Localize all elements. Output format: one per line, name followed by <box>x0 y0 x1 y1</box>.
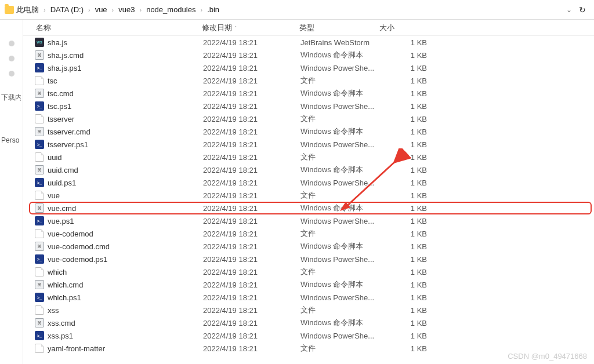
file-name-cell[interactable]: tsserver.cmd <box>30 127 203 136</box>
refresh-icon[interactable]: ↻ <box>575 5 589 14</box>
file-row[interactable]: xss.cmd2022/4/19 18:21Windows 命令脚本1 KB <box>29 316 592 329</box>
column-header-date[interactable]: 修改日期˄ <box>202 23 299 33</box>
ps-file-icon <box>35 216 44 225</box>
breadcrumb-segment[interactable]: vue3 <box>116 4 137 15</box>
file-type: Windows PowerShe... <box>300 293 381 302</box>
file-name-cell[interactable]: vue <box>30 191 203 200</box>
file-type: 文件 <box>300 75 381 86</box>
file-name-cell[interactable]: xss <box>30 305 203 315</box>
file-row[interactable]: tsc2022/4/19 18:21文件1 KB <box>29 74 592 87</box>
sidebar-item-downloads[interactable]: 下载内容 <box>0 90 21 105</box>
file-date: 2022/4/19 18:21 <box>203 319 300 327</box>
file-name-cell[interactable]: sha.js.ps1 <box>30 63 203 72</box>
file-row[interactable]: xss2022/4/19 18:21文件1 KB <box>29 304 592 316</box>
file-file-icon <box>35 229 44 238</box>
file-file-icon <box>35 152 44 162</box>
file-name-cell[interactable]: tsc.cmd <box>30 89 203 98</box>
file-row[interactable]: tsc.ps12022/4/19 18:21Windows PowerShe..… <box>29 100 592 112</box>
file-date: 2022/4/19 18:21 <box>203 293 300 302</box>
file-name: yaml-front-matter <box>48 344 105 353</box>
column-header-name[interactable]: 名称 <box>23 23 202 33</box>
file-row[interactable]: uuid.cmd2022/4/19 18:21Windows 命令脚本1 KB <box>29 163 592 176</box>
cmd-file-icon <box>35 89 44 98</box>
file-row[interactable]: sha.js.ps12022/4/19 18:21Windows PowerSh… <box>29 61 592 74</box>
file-name-cell[interactable]: tsc <box>30 76 203 85</box>
file-date: 2022/4/19 18:21 <box>203 268 300 276</box>
file-name-cell[interactable]: sha.js <box>30 38 203 47</box>
column-header-type[interactable]: 类型 <box>299 23 379 33</box>
breadcrumb-segment[interactable]: node_modules <box>144 4 198 15</box>
file-type: Windows 命令脚本 <box>300 203 381 213</box>
file-name-cell[interactable]: xss.ps1 <box>30 331 203 340</box>
breadcrumb-segment[interactable]: vue <box>93 4 110 15</box>
file-name-cell[interactable]: uuid <box>30 152 203 162</box>
file-name-cell[interactable]: sha.js.cmd <box>30 50 203 60</box>
file-name-cell[interactable]: uuid.ps1 <box>30 178 203 187</box>
cmd-file-icon <box>35 127 44 136</box>
file-name-cell[interactable]: tsserver <box>30 114 203 123</box>
cmd-file-icon <box>35 318 44 327</box>
ps-file-icon <box>35 293 44 302</box>
file-row[interactable]: vue2022/4/19 18:21文件1 KB <box>29 189 592 202</box>
file-date: 2022/4/19 18:21 <box>203 128 300 136</box>
file-name-cell[interactable]: which <box>30 267 203 276</box>
file-name-cell[interactable]: which.ps1 <box>30 293 203 302</box>
file-name-cell[interactable]: xss.cmd <box>30 318 203 327</box>
file-row[interactable]: vue-codemod2022/4/19 18:21文件1 KB <box>29 227 592 240</box>
chevron-right-icon: › <box>198 6 205 13</box>
file-name-cell[interactable]: tsc.ps1 <box>30 101 203 111</box>
file-row[interactable]: vue-codemod.cmd2022/4/19 18:21Windows 命令… <box>29 240 592 253</box>
file-row[interactable]: uuid2022/4/19 18:21文件1 KB <box>29 151 592 163</box>
file-name-cell[interactable]: uuid.cmd <box>30 165 203 174</box>
file-date: 2022/4/19 18:21 <box>203 332 300 340</box>
breadcrumb-segment[interactable]: .bin <box>205 4 222 15</box>
file-size: 1 KB <box>381 242 439 251</box>
file-file-icon <box>35 344 44 353</box>
file-type: JetBrains WebStorm <box>300 38 381 47</box>
cmd-file-icon <box>35 203 44 213</box>
file-row[interactable]: xss.ps12022/4/19 18:21Windows PowerShe..… <box>29 329 592 342</box>
file-name-cell[interactable]: vue.cmd <box>30 203 203 213</box>
file-row[interactable]: sha.js.cmd2022/4/19 18:21Windows 命令脚本1 K… <box>29 49 592 61</box>
history-dropdown-icon[interactable]: ⌄ <box>563 6 575 14</box>
file-name: vue.ps1 <box>48 217 74 225</box>
file-size: 1 KB <box>381 293 439 302</box>
file-date: 2022/4/19 18:21 <box>203 281 300 289</box>
file-type: Windows 命令脚本 <box>300 88 381 99</box>
file-name-cell[interactable]: yaml-front-matter <box>30 344 203 353</box>
column-header-size[interactable]: 大小 <box>379 23 437 33</box>
file-row[interactable]: vue-codemod.ps12022/4/19 18:21Windows Po… <box>29 253 592 265</box>
breadcrumb-segment[interactable]: DATA (D:) <box>48 4 86 15</box>
file-size: 1 KB <box>381 179 439 187</box>
file-row[interactable]: tsserver.ps12022/4/19 18:21Windows Power… <box>29 138 592 151</box>
breadcrumb-segment[interactable]: 此电脑 <box>14 3 41 16</box>
file-type: Windows PowerShe... <box>300 255 381 264</box>
file-name-cell[interactable]: vue-codemod.cmd <box>30 242 203 251</box>
file-name-cell[interactable]: vue.ps1 <box>30 216 203 225</box>
file-row[interactable]: sha.js2022/4/19 18:21JetBrains WebStorm1… <box>29 36 592 49</box>
file-name: tsc <box>48 77 57 85</box>
file-name-cell[interactable]: which.cmd <box>30 280 203 289</box>
breadcrumb[interactable]: 此电脑›DATA (D:)›vue›vue3›node_modules›.bin <box>14 3 222 16</box>
file-type: Windows 命令脚本 <box>300 126 381 137</box>
file-name-cell[interactable]: vue-codemod <box>30 229 203 238</box>
file-row[interactable]: uuid.ps12022/4/19 18:21Windows PowerShe.… <box>29 176 592 189</box>
file-name-cell[interactable]: vue-codemod.ps1 <box>30 254 203 264</box>
file-row[interactable]: tsserver.cmd2022/4/19 18:21Windows 命令脚本1… <box>29 125 592 138</box>
file-list[interactable]: sha.js2022/4/19 18:21JetBrains WebStorm1… <box>23 36 594 364</box>
file-size: 1 KB <box>381 77 439 85</box>
file-row[interactable]: tsserver2022/4/19 18:21文件1 KB <box>29 112 592 125</box>
file-row[interactable]: which.cmd2022/4/19 18:21Windows 命令脚本1 KB <box>29 278 592 291</box>
file-file-icon <box>35 305 44 315</box>
file-row[interactable]: which.ps12022/4/19 18:21Windows PowerShe… <box>29 291 592 304</box>
file-row[interactable]: tsc.cmd2022/4/19 18:21Windows 命令脚本1 KB <box>29 87 592 100</box>
file-row[interactable]: which2022/4/19 18:21文件1 KB <box>29 265 592 278</box>
file-type: Windows 命令脚本 <box>300 50 381 60</box>
file-row[interactable]: vue.ps12022/4/19 18:21Windows PowerShe..… <box>29 214 592 227</box>
sidebar-item-personal[interactable]: Perso <box>0 134 21 147</box>
file-name: xss.ps1 <box>48 332 73 340</box>
file-name: tsserver.ps1 <box>48 140 88 149</box>
file-name-cell[interactable]: tsserver.ps1 <box>30 140 203 149</box>
file-size: 1 KB <box>381 140 439 149</box>
file-row[interactable]: vue.cmd2022/4/19 18:21Windows 命令脚本1 KB <box>29 202 592 214</box>
